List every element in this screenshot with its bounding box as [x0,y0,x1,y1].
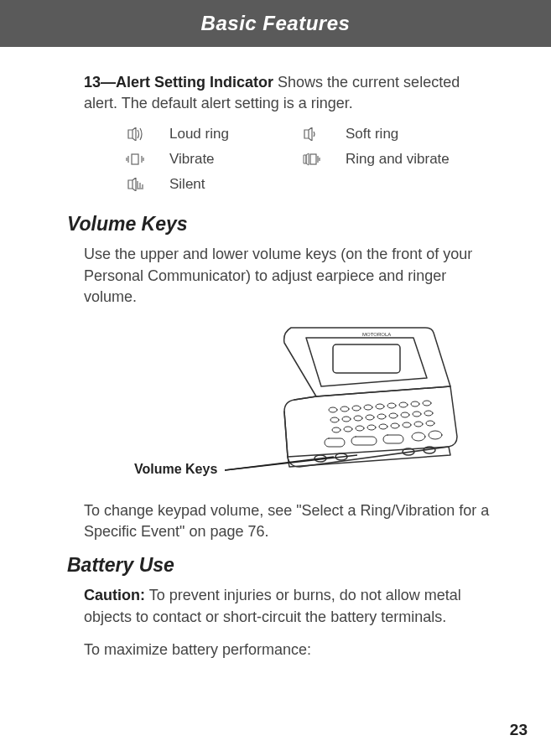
content-area: 13—Alert Setting Indicator Shows the cur… [0,47,551,660]
svg-point-34 [412,432,425,441]
alert-label-silent: Silent [169,176,287,193]
svg-point-18 [389,413,398,418]
svg-point-14 [342,417,351,422]
svg-point-20 [413,412,421,417]
svg-line-41 [225,455,357,470]
svg-point-10 [399,402,408,407]
svg-rect-32 [351,437,377,445]
header-bar: Basic Features [0,0,551,47]
alert-label-ring-vibrate: Ring and vibrate [346,151,492,168]
heading-volume-keys: Volume Keys [67,213,492,236]
silent-icon [126,178,144,191]
svg-point-25 [367,425,376,430]
alert-options-grid: Loud ring Soft ring Vibrate Ring and vib… [126,126,492,193]
sec13-lead: 13—Alert Setting Indicator [84,74,273,91]
sec13-paragraph: 13—Alert Setting Indicator Shows the cur… [84,72,492,114]
battery-maximize-paragraph: To maximize battery performance: [84,639,492,660]
svg-point-19 [401,412,409,417]
svg-rect-0 [132,154,138,164]
battery-caution-paragraph: Caution: To prevent injuries or burns, d… [84,585,492,627]
volume-keys-callout-label: Volume Keys [134,462,217,477]
alert-label-loud: Loud ring [169,126,287,142]
svg-point-35 [429,431,442,439]
svg-point-23 [344,427,352,432]
svg-point-30 [426,421,434,426]
svg-point-27 [391,423,399,428]
svg-rect-1 [310,154,316,164]
svg-point-4 [329,407,337,412]
volume-keys-paragraph: Use the upper and lower volume keys (on … [84,244,492,308]
svg-point-5 [340,406,349,412]
svg-rect-2 [333,344,400,373]
svg-point-17 [377,414,386,419]
page-number: 23 [510,721,528,739]
svg-point-29 [414,422,423,427]
svg-point-12 [423,401,431,406]
heading-battery-use: Battery Use [67,554,492,577]
svg-point-8 [376,404,384,409]
loud-ring-icon [126,127,144,141]
alert-label-soft: Soft ring [346,126,492,142]
volume-keys-after-paragraph: To change keypad volume, see "Select a R… [84,500,492,542]
page: Basic Features 13—Alert Setting Indicato… [0,0,551,756]
svg-point-15 [354,416,362,421]
caution-label: Caution: [84,587,145,603]
svg-text:MOTOROLA: MOTOROLA [362,332,391,337]
svg-point-6 [352,406,361,411]
svg-point-9 [387,403,396,408]
page-title: Basic Features [201,12,351,35]
svg-point-13 [330,417,339,422]
svg-point-24 [356,426,364,431]
svg-point-26 [379,424,387,429]
vibrate-icon [126,153,144,166]
ring-and-vibrate-icon [302,153,320,166]
device-illustration-wrap: MOTOROLA [84,319,492,495]
svg-point-11 [411,401,419,406]
callout-leader-lines [225,445,409,487]
svg-point-28 [403,422,411,427]
alert-label-vibrate: Vibrate [169,151,287,168]
svg-point-21 [424,411,433,416]
svg-point-7 [364,405,372,410]
soft-ring-icon [302,127,320,141]
svg-point-16 [366,415,374,420]
svg-rect-33 [383,435,403,443]
svg-point-22 [332,427,340,432]
